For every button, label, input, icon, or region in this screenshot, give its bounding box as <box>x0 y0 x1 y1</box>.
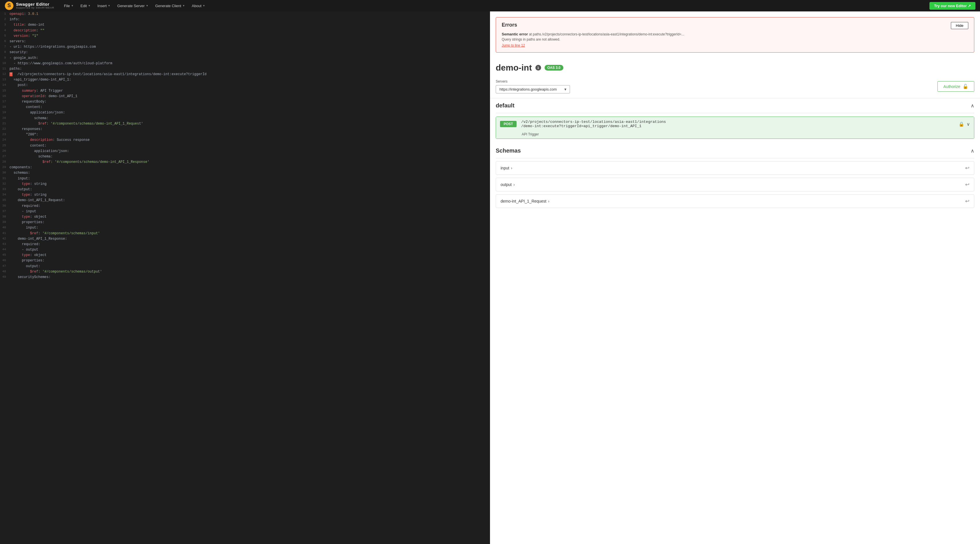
line-number: 40 <box>0 225 10 231</box>
line-content: responses: <box>10 126 490 132</box>
line-content: version: "1" <box>10 34 490 39</box>
default-chevron-icon: ∧ <box>970 102 974 109</box>
line-number: 31 <box>0 176 10 182</box>
editor-line: 40 input: <box>0 225 490 231</box>
schema-name-text: output <box>501 182 512 187</box>
editor-line: 24 description: Success response <box>0 137 490 143</box>
authorize-button[interactable]: Authorize 🔓 <box>937 81 974 92</box>
line-content: openapi: 3.0.1 <box>10 11 490 17</box>
editor-line: 32 type: string <box>0 182 490 187</box>
editor-line: 36 required: <box>0 203 490 209</box>
line-content: $ref: '#/components/schemas/output' <box>10 269 490 274</box>
jump-to-line-link[interactable]: Jump to line 12 <box>502 43 525 48</box>
edit-chevron-icon: ▼ <box>88 4 91 7</box>
editor-line: 7- url: https://integrations.googleapis.… <box>0 44 490 50</box>
line-number: 11 <box>0 66 10 72</box>
schema-name[interactable]: input › <box>501 166 512 170</box>
line-number: 34 <box>0 192 10 198</box>
schemas-header[interactable]: Schemas ∧ <box>496 144 974 158</box>
lock-icon: 🔓 <box>963 84 968 89</box>
line-number: 33 <box>0 187 10 192</box>
line-content: $ref: '#/components/schemas/input' <box>10 231 490 236</box>
line-number: 12 <box>0 72 10 77</box>
editor-line: 17 requestBody: <box>0 99 490 105</box>
schema-name[interactable]: output › <box>501 182 515 187</box>
line-number: 27 <box>0 154 10 160</box>
line-content: application/json: <box>10 148 490 154</box>
line-number: 42 <box>0 236 10 242</box>
authorize-label: Authorize <box>943 84 960 89</box>
endpoint-header[interactable]: POST /v2/projects/connectors-ip-test/loc… <box>496 117 974 131</box>
schema-expand-chevron-icon: › <box>514 182 515 187</box>
line-number: 18 <box>0 105 10 110</box>
schema-expand-icon: ↩ <box>965 165 969 171</box>
line-content: =api_trigger/demo-int_API_1: <box>10 77 490 83</box>
insert-chevron-icon: ▼ <box>108 4 110 7</box>
logo-title: Swagger Editor <box>16 2 54 7</box>
editor-line: 14 post: <box>0 83 490 88</box>
editor-line: 48 $ref: '#/components/schemas/output' <box>0 269 490 274</box>
api-title-section: demo-int 1 OAS 3.0 <box>490 57 980 77</box>
line-number: 23 <box>0 132 10 137</box>
error-description: Query strings in paths are not allowed. <box>502 37 968 41</box>
line-content: properties: <box>10 258 490 263</box>
nav-file[interactable]: File ▼ <box>61 3 76 9</box>
line-number: 32 <box>0 182 10 187</box>
code-editor[interactable]: 1openapi: 3.0.12info:3 title: demo-int4 … <box>0 11 490 544</box>
editor-line: 27 schema: <box>0 154 490 160</box>
line-number: 28 <box>0 160 10 165</box>
editor-line: 6servers: <box>0 39 490 44</box>
line-content: - https://www.googleapis.com/auth/cloud-… <box>10 61 490 66</box>
editor-line: 47 output: <box>0 264 490 269</box>
schema-item[interactable]: demo-int_API_1_Request › ↩ <box>496 194 974 208</box>
line-number: 14 <box>0 83 10 88</box>
line-number: 17 <box>0 99 10 105</box>
line-content: content: <box>10 143 490 148</box>
schema-item[interactable]: output › ↩ <box>496 178 974 191</box>
servers-select[interactable]: https://integrations.googleapis.com <box>496 85 570 93</box>
servers-section: Servers https://integrations.googleapis.… <box>490 77 980 98</box>
line-number: 6 <box>0 39 10 44</box>
editor-line: 33 output: <box>0 187 490 192</box>
errors-box: Errors Hide Semantic error at paths./v2/… <box>496 17 974 53</box>
swagger-logo-icon: S <box>5 1 14 10</box>
line-content: requestBody: <box>10 99 490 105</box>
editor-line: 22 responses: <box>0 126 490 132</box>
line-content: schema: <box>10 154 490 160</box>
endpoint-chevron-icon: ∨ <box>967 121 970 127</box>
nav-insert[interactable]: Insert ▼ <box>94 3 113 9</box>
default-section-header[interactable]: default ∧ <box>496 98 974 113</box>
schema-item[interactable]: input › ↩ <box>496 161 974 175</box>
servers-select-wrap: https://integrations.googleapis.com ▼ <box>496 85 570 93</box>
editor-line: 8security: <box>0 50 490 55</box>
schema-name[interactable]: demo-int_API_1_Request › <box>501 199 549 203</box>
line-content: input: <box>10 225 490 231</box>
editor-line: 2info: <box>0 17 490 22</box>
line-content: content: <box>10 105 490 110</box>
endpoint-lock-icon: 🔒 <box>959 121 964 127</box>
line-content: schemas: <box>10 170 490 176</box>
line-content: output: <box>10 187 490 192</box>
nav-generate-server[interactable]: Generate Server ▼ <box>115 3 151 9</box>
hide-errors-button[interactable]: Hide <box>951 22 968 29</box>
line-number: 44 <box>0 247 10 252</box>
line-content: properties: <box>10 220 490 225</box>
line-number: 15 <box>0 88 10 94</box>
line-content: type: object <box>10 252 490 258</box>
line-number: 2 <box>0 17 10 22</box>
nav-menu: File ▼ Edit ▼ Insert ▼ Generate Server ▼… <box>61 3 927 9</box>
line-content: security: <box>10 50 490 55</box>
nav-edit[interactable]: Edit ▼ <box>78 3 93 9</box>
errors-title: Errors <box>502 22 517 28</box>
schemas-title: Schemas <box>496 147 521 154</box>
editor-line: 46 properties: <box>0 258 490 263</box>
line-content: components: <box>10 165 490 170</box>
schema-expand-chevron-icon: › <box>511 166 512 170</box>
semantic-error-label: Semantic error <box>502 32 528 36</box>
nav-about[interactable]: About ▼ <box>189 3 208 9</box>
svg-text:S: S <box>8 3 11 8</box>
line-number: 46 <box>0 258 10 263</box>
nav-generate-client[interactable]: Generate Client ▼ <box>153 3 188 9</box>
schema-items: input › ↩ output › ↩ demo-int_API_1_Requ… <box>496 161 974 208</box>
try-new-editor-button[interactable]: Try our new Editor ↗ <box>929 2 975 10</box>
